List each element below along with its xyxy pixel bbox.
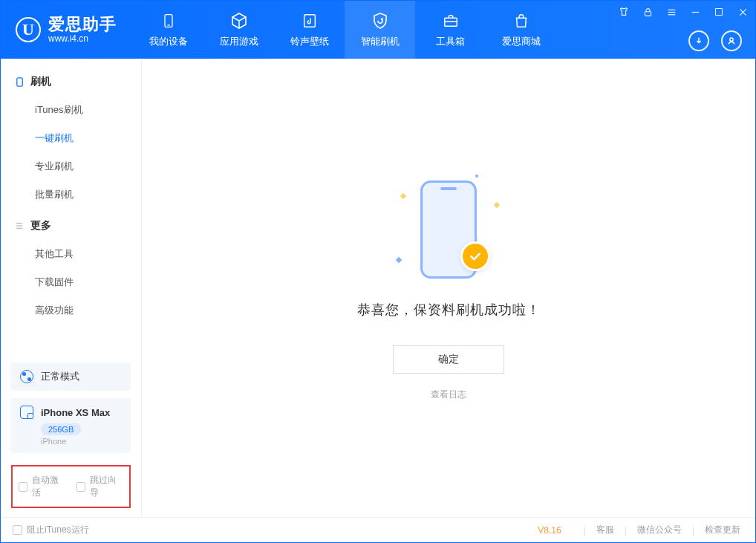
device-card-icon	[20, 406, 33, 419]
device-icon	[14, 77, 25, 87]
checkmark-badge-icon	[460, 241, 490, 271]
success-illustration	[397, 175, 501, 286]
sidebar-group-flash: 刷机	[1, 68, 141, 96]
sidebar-item-download-firmware[interactable]: 下载固件	[1, 268, 141, 296]
ok-button[interactable]: 确定	[393, 345, 504, 374]
mode-icon	[20, 370, 33, 383]
lock-icon[interactable]	[641, 5, 654, 19]
device-type: iPhone	[41, 437, 122, 446]
device-card[interactable]: iPhone XS Max 256GB iPhone	[11, 398, 131, 453]
tshirt-icon[interactable]	[617, 5, 630, 19]
footer-link-wechat[interactable]: 微信公众号	[634, 524, 685, 536]
options-highlight-box: 自动激活 跳过向导	[11, 465, 131, 508]
sparkle-icon	[475, 175, 478, 178]
checkbox-auto-activate[interactable]: 自动激活	[19, 474, 66, 499]
sidebar-item-other-tools[interactable]: 其他工具	[1, 240, 141, 268]
nav-toolbox[interactable]: 工具箱	[415, 1, 486, 59]
svg-rect-9	[716, 9, 723, 16]
maximize-button[interactable]	[712, 5, 726, 19]
sparkle-icon	[400, 193, 406, 199]
shield-refresh-icon	[371, 11, 390, 30]
top-nav: 我的设备 应用游戏 铃声壁纸 智能刷机 工具箱 爱思商城	[133, 1, 556, 59]
svg-rect-4	[645, 11, 651, 16]
menu-icon[interactable]	[665, 5, 678, 19]
checkbox-icon	[76, 482, 85, 492]
device-capacity: 256GB	[41, 423, 81, 435]
svg-rect-13	[16, 77, 22, 85]
view-log-link[interactable]: 查看日志	[431, 388, 466, 401]
download-button[interactable]	[688, 30, 709, 51]
sidebar-item-pro-flash[interactable]: 专业刷机	[1, 152, 141, 181]
sidebar-item-itunes-flash[interactable]: iTunes刷机	[1, 96, 141, 124]
nav-ringtones-wallpapers[interactable]: 铃声壁纸	[274, 1, 345, 59]
sparkle-icon	[396, 257, 402, 263]
sidebar: 刷机 iTunes刷机 一键刷机 专业刷机 批量刷机 更多 其他工具 下载固件 …	[1, 59, 142, 517]
app-name: 爱思助手	[48, 16, 117, 33]
toolbox-icon	[441, 11, 460, 30]
checkbox-icon	[19, 482, 27, 492]
footer: 阻止iTunes运行 V8.16 | 客服 | 微信公众号 | 检查更新	[1, 517, 755, 542]
nav-smart-flash[interactable]: 智能刷机	[345, 1, 415, 59]
svg-point-12	[730, 38, 733, 41]
footer-link-check-update[interactable]: 检查更新	[702, 524, 743, 536]
window-controls-bottom	[688, 30, 742, 51]
nav-store[interactable]: 爱思商城	[486, 1, 556, 59]
mode-card[interactable]: 正常模式	[11, 362, 131, 391]
svg-rect-2	[304, 15, 315, 27]
logo-icon: U	[16, 17, 41, 42]
app-window: U 爱思助手 www.i4.cn 我的设备 应用游戏 铃声壁纸 智能刷机	[0, 0, 756, 543]
close-button[interactable]	[736, 5, 749, 19]
main-content: 恭喜您，保资料刷机成功啦！ 确定 查看日志	[142, 59, 755, 517]
success-message: 恭喜您，保资料刷机成功啦！	[357, 301, 541, 319]
window-controls-top	[617, 5, 749, 19]
checkbox-skip-guide[interactable]: 跳过向导	[76, 474, 124, 499]
titlebar: U 爱思助手 www.i4.cn 我的设备 应用游戏 铃声壁纸 智能刷机	[1, 1, 755, 59]
sidebar-item-oneclick-flash[interactable]: 一键刷机	[1, 124, 141, 152]
music-note-icon	[300, 11, 319, 30]
checkbox-icon	[13, 525, 22, 535]
version-label: V8.16	[538, 525, 561, 536]
body: 刷机 iTunes刷机 一键刷机 专业刷机 批量刷机 更多 其他工具 下载固件 …	[1, 59, 755, 517]
sparkle-icon	[494, 202, 500, 208]
minimize-button[interactable]	[688, 5, 702, 19]
checkbox-block-itunes[interactable]: 阻止iTunes运行	[13, 524, 89, 536]
cube-icon	[229, 11, 249, 30]
mode-label: 正常模式	[41, 370, 79, 383]
list-icon	[14, 221, 25, 231]
user-account-button[interactable]	[721, 30, 742, 51]
sidebar-item-advanced[interactable]: 高级功能	[1, 296, 141, 325]
device-name: iPhone XS Max	[41, 407, 110, 418]
nav-apps-games[interactable]: 应用游戏	[203, 1, 274, 59]
sidebar-item-batch-flash[interactable]: 批量刷机	[1, 181, 141, 209]
nav-my-device[interactable]: 我的设备	[133, 1, 203, 59]
shopping-bag-icon	[512, 11, 531, 30]
app-logo: U 爱思助手 www.i4.cn	[1, 1, 133, 59]
svg-rect-3	[444, 18, 457, 26]
footer-link-support[interactable]: 客服	[593, 524, 617, 536]
phone-icon	[159, 11, 178, 30]
sidebar-group-more: 更多	[1, 212, 141, 240]
app-url: www.i4.cn	[48, 34, 117, 44]
